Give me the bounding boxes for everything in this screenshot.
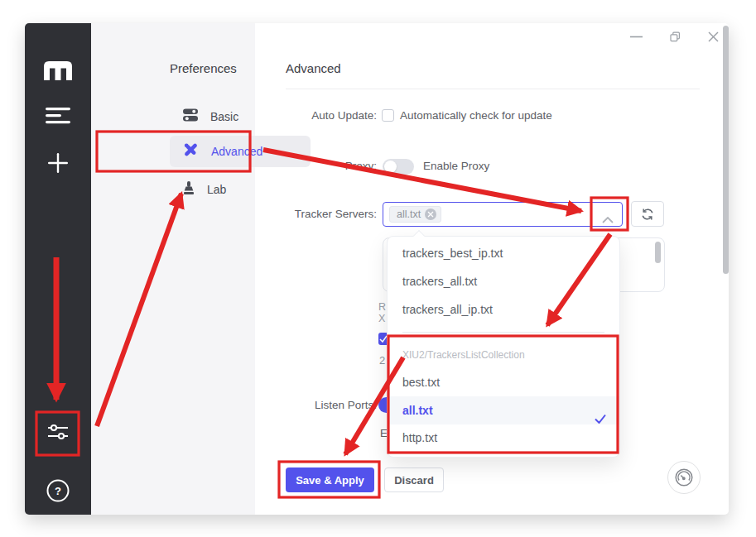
obscured-text-fragment: X [378, 313, 385, 324]
chevron-up-icon[interactable] [602, 212, 614, 227]
preferences-window: ? Preferences Basic Advanced [25, 23, 729, 515]
discard-button[interactable]: Discard [384, 467, 444, 492]
auto-update-checkbox-label[interactable]: Automatically check for update [400, 109, 552, 122]
page-title: Advanced [286, 61, 341, 75]
auto-update-label: Auto Update: [236, 109, 377, 122]
listen-ports-label: Listen Ports: [236, 399, 377, 411]
speed-limit-button[interactable] [667, 461, 701, 494]
tracker-servers-label: Tracker Servers: [236, 208, 377, 220]
task-list-icon[interactable] [46, 108, 70, 127]
dropdown-option[interactable]: trackers_all.txt [388, 267, 619, 295]
panel-title: Preferences [170, 61, 237, 75]
save-apply-button[interactable]: Save & Apply [286, 467, 374, 492]
lab-icon [183, 181, 195, 199]
dropdown-option[interactable]: http.txt [388, 424, 619, 452]
speedometer-icon [673, 467, 695, 488]
motrix-logo-icon [44, 61, 72, 84]
nav-label-lab: Lab [207, 183, 226, 196]
help-glyph: ? [55, 485, 61, 497]
dropdown-option[interactable]: trackers_all_ip.txt [388, 295, 619, 324]
maximize-button[interactable] [670, 31, 681, 42]
dropdown-option[interactable]: trackers_best_ip.txt [388, 239, 619, 267]
dropdown-group-label: XIU2/TrackersListCollection [402, 349, 525, 361]
nav-item-lab[interactable]: Lab [170, 174, 311, 205]
tracker-dropdown: trackers_best_ip.txt trackers_all.txt tr… [387, 236, 620, 458]
dropdown-option[interactable]: best.txt [388, 368, 619, 396]
dropdown-divider [402, 332, 604, 333]
selected-tag: all.txt [389, 206, 441, 223]
title-divider [286, 89, 700, 89]
textarea-scrollbar-thumb[interactable] [655, 242, 661, 263]
obscured-toggle-fragment [378, 397, 387, 413]
proxy-toggle[interactable] [383, 159, 414, 175]
screenshot-canvas: ? Preferences Basic Advanced [0, 0, 756, 537]
sync-icon [641, 208, 654, 221]
preferences-panel: Preferences Basic Advanced Lab [91, 23, 255, 515]
main-scrollbar-thumb[interactable] [723, 26, 729, 274]
sync-trackers-button[interactable] [631, 201, 664, 227]
proxy-label: Proxy: [236, 160, 377, 172]
basic-icon [183, 108, 198, 125]
tools-icon [183, 142, 199, 161]
nav-label-basic: Basic [210, 110, 238, 123]
obscured-checkbox-fragment [378, 333, 387, 345]
toggle-knob [384, 161, 397, 173]
help-icon[interactable]: ? [46, 478, 70, 506]
close-button[interactable] [708, 31, 719, 42]
obscured-text-fragment: 2 [379, 354, 385, 367]
app-sidebar: ? [25, 23, 91, 515]
tracker-servers-select[interactable]: all.txt [383, 202, 623, 227]
dropdown-option-selected[interactable]: all.txt [388, 396, 619, 424]
add-task-icon[interactable] [47, 152, 69, 177]
nav-label-advanced: Advanced [211, 145, 262, 158]
window-controls [630, 28, 719, 45]
minimize-button[interactable] [630, 36, 643, 38]
selected-option-label: all.txt [402, 404, 433, 417]
selected-tag-label: all.txt [397, 209, 421, 220]
proxy-toggle-label: Enable Proxy [423, 160, 489, 172]
tag-close-icon[interactable] [425, 209, 436, 220]
obscured-text-fragment: R [378, 301, 386, 313]
auto-update-checkbox[interactable] [382, 109, 394, 122]
preferences-icon[interactable] [47, 421, 69, 446]
